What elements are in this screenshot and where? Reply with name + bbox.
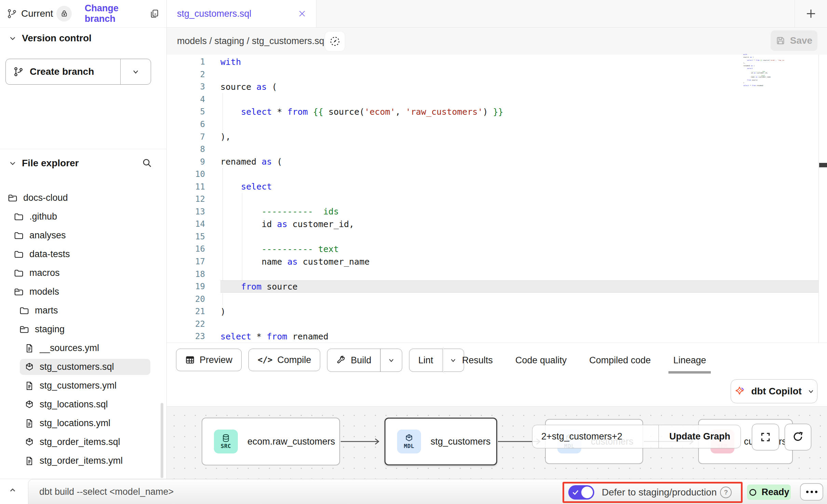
build-button[interactable]: Build	[327, 349, 402, 372]
code-line-12: 12	[167, 193, 827, 206]
line-number: 20	[167, 294, 205, 304]
create-branch-dropdown[interactable]	[121, 68, 151, 76]
tree-item-label: stg_customers.sql	[40, 362, 114, 372]
lint-label: Lint	[418, 355, 433, 366]
sidebar-scrollbar-thumb[interactable]	[161, 403, 163, 478]
tree-item-.github[interactable]: .github	[0, 207, 166, 226]
status-bar: dbt build --select <model_name> Defer to…	[0, 479, 827, 504]
tree-item-label: models	[29, 286, 59, 297]
lint-dropdown[interactable]	[443, 356, 464, 364]
defer-toggle[interactable]	[568, 485, 594, 500]
tree-item-docs-cloud[interactable]: docs-cloud	[0, 188, 166, 207]
file-tree[interactable]: docs-cloud.githubanalysesdata-testsmacro…	[0, 188, 166, 470]
lineage-node-source[interactable]: SRC ecom.raw_customers	[202, 418, 340, 465]
tab-bar: stg_customers.sql	[167, 0, 827, 28]
lineage-canvas[interactable]: SRC ecom.raw_customers MDL stg_customers…	[167, 406, 827, 479]
check-icon	[572, 489, 579, 496]
change-branch-link[interactable]: Change branch	[85, 3, 149, 24]
code-line-16: 16 ---------- text	[167, 243, 827, 255]
tree-item-staging[interactable]: staging	[0, 320, 166, 339]
code-line-9: 9renamed as (	[167, 155, 827, 168]
tree-item-stg_locations.yml[interactable]: stg_locations.yml	[0, 414, 166, 433]
branch-locked-chip	[56, 6, 71, 22]
tree-item-stg_locations.sql[interactable]: stg_locations.sql	[0, 395, 166, 414]
create-branch-button[interactable]: Create branch	[5, 59, 151, 85]
command-input[interactable]: dbt build --select <model_name>	[39, 479, 174, 504]
refresh-button[interactable]	[785, 424, 811, 450]
tree-item-__sources.yml[interactable]: __sources.yml	[0, 339, 166, 358]
folder-icon	[14, 249, 24, 260]
tree-item-stg_customers.sql[interactable]: stg_customers.sql	[0, 358, 166, 376]
tree-item-stg_order_items.yml[interactable]: stg_order_items.yml	[0, 451, 166, 470]
tree-item-macros[interactable]: macros	[0, 264, 166, 282]
code-line-8: 8	[167, 143, 827, 156]
dbt-copilot-label: dbt Copilot	[751, 386, 802, 397]
tree-item-label: data-tests	[29, 249, 70, 260]
create-branch-label: Create branch	[30, 66, 94, 77]
tree-item-models[interactable]: models	[0, 282, 166, 301]
tree-item-marts[interactable]: marts	[0, 301, 166, 320]
tree-item-label: macros	[29, 268, 60, 278]
lint-button[interactable]: Lint	[409, 349, 464, 372]
folder-open-icon	[19, 324, 29, 335]
build-dropdown[interactable]	[381, 356, 402, 364]
source-badge: SRC	[214, 430, 238, 453]
chevron-down-icon	[132, 68, 140, 76]
file-doc-icon	[25, 381, 34, 391]
lineage-node-stg-customers[interactable]: MDL stg_customers	[384, 418, 497, 465]
editor-toolbar: Preview </> Compile Build	[167, 342, 827, 378]
file-explorer-section[interactable]: File explorer	[9, 158, 79, 169]
dbt-copilot-chip[interactable]	[325, 31, 345, 52]
new-tab-button[interactable]	[795, 0, 827, 27]
line-number: 12	[167, 194, 205, 204]
tab-results[interactable]: Results	[462, 343, 493, 378]
file-doc-icon	[25, 344, 34, 353]
line-number: 22	[167, 319, 205, 329]
minimap[interactable]: withsource as ( select * from {{ source(…	[743, 54, 784, 87]
preview-button[interactable]: Preview	[176, 349, 242, 371]
update-graph-button[interactable]: Update Graph	[659, 431, 741, 442]
copy-icon[interactable]	[149, 9, 159, 18]
collapse-panel-button[interactable]	[8, 485, 18, 495]
search-icon[interactable]	[142, 158, 152, 168]
tab-compiled-code[interactable]: Compiled code	[589, 343, 651, 378]
compile-label: Compile	[277, 355, 311, 365]
line-number: 16	[167, 244, 205, 254]
line-number: 3	[167, 82, 205, 92]
wrench-icon	[336, 355, 346, 365]
close-icon[interactable]	[298, 9, 307, 18]
line-number: 14	[167, 219, 205, 229]
help-icon[interactable]: ?	[720, 487, 732, 498]
dbt-copilot-button[interactable]: dbt Copilot	[731, 379, 817, 403]
circle-status-icon	[748, 488, 757, 497]
version-control-section[interactable]: Version control	[9, 33, 92, 44]
code-line-3: 3source as (	[167, 81, 827, 93]
tree-item-label: __sources.yml	[40, 343, 99, 353]
tree-item-stg_order_items.sql[interactable]: stg_order_items.sql	[0, 433, 166, 451]
code-line-18: 18	[167, 268, 827, 280]
node-label: ecom.raw_customers	[247, 436, 335, 447]
compile-button[interactable]: </> Compile	[248, 349, 320, 371]
line-number: 10	[167, 169, 205, 179]
git-branch-icon	[7, 9, 17, 19]
save-button[interactable]: Save	[771, 30, 817, 51]
line-number: 9	[167, 157, 205, 167]
tree-item-analyses[interactable]: analyses	[0, 226, 166, 245]
file-model-icon	[25, 437, 34, 447]
tab-code-quality[interactable]: Code quality	[515, 343, 567, 378]
tree-item-stg_customers.yml[interactable]: stg_customers.yml	[0, 376, 166, 395]
tab-stg-customers-sql[interactable]: stg_customers.sql	[167, 0, 316, 27]
floppy-save-icon	[776, 36, 785, 45]
tab-lineage[interactable]: Lineage	[673, 343, 706, 378]
command-panel: dbt build --select <model_name> Defer to…	[28, 479, 827, 504]
line-number: 21	[167, 307, 205, 316]
more-options-button[interactable]	[800, 483, 823, 501]
folder-icon	[19, 306, 29, 316]
code-editor[interactable]: 1with23source as (45 select * from {{ so…	[167, 55, 827, 342]
sidebar: Current Change branch Version control	[0, 0, 166, 479]
defer-toggle-highlight: Defer to staging/production ?	[562, 482, 743, 503]
lineage-selector-input[interactable]: 2+stg_customers+2	[532, 431, 659, 442]
editor-scrollbar-thumb[interactable]	[819, 163, 827, 167]
fullscreen-button[interactable]	[752, 424, 779, 450]
tree-item-data-tests[interactable]: data-tests	[0, 245, 166, 264]
